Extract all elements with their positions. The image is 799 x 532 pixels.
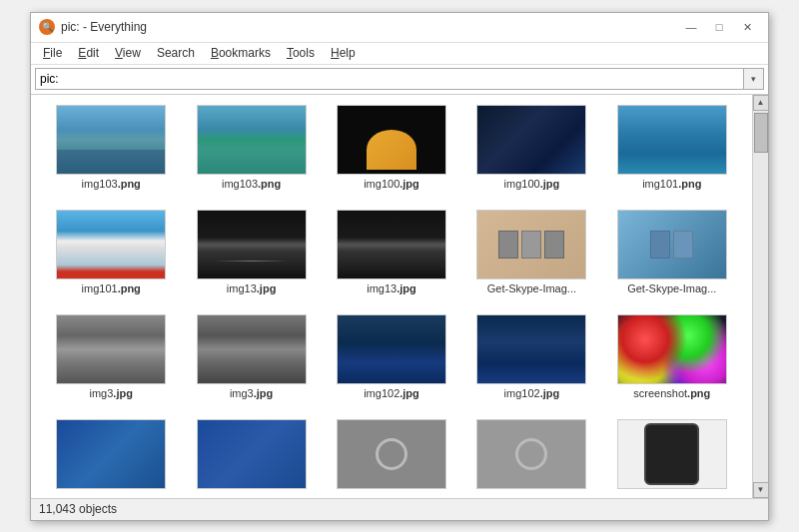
thumbnail-img bbox=[56, 314, 166, 384]
menu-help[interactable]: Help bbox=[323, 42, 364, 64]
minimize-button[interactable]: — bbox=[678, 17, 704, 37]
close-button[interactable]: ✕ bbox=[734, 17, 760, 37]
list-item[interactable]: img102.jpg bbox=[327, 314, 456, 399]
thumbnail-img bbox=[337, 314, 446, 384]
thumb-filename: img101.png bbox=[82, 282, 141, 294]
list-item[interactable]: img3.jpg bbox=[186, 314, 316, 399]
list-item[interactable]: img3.jpg bbox=[46, 314, 176, 399]
thumbnail-img bbox=[197, 419, 307, 489]
search-dropdown-button[interactable]: ▾ bbox=[744, 68, 764, 90]
list-item[interactable]: img102.jpg bbox=[466, 314, 596, 399]
menu-tools[interactable]: Tools bbox=[279, 42, 323, 64]
main-window: 🔍 pic: - Everything — □ ✕ File Edit View… bbox=[30, 12, 769, 521]
thumbnail-img bbox=[617, 314, 727, 384]
thumbnail-img bbox=[197, 105, 307, 175]
thumbnail-img bbox=[476, 314, 586, 384]
thumbnail-grid: img103.png img103.png img100.jpg bbox=[31, 95, 752, 498]
list-item[interactable]: img103.png bbox=[46, 105, 176, 190]
thumbnail-img bbox=[197, 210, 307, 279]
list-item[interactable] bbox=[466, 419, 596, 492]
maximize-button[interactable]: □ bbox=[706, 17, 732, 37]
menu-edit[interactable]: Edit bbox=[70, 42, 107, 64]
scroll-thumb[interactable] bbox=[754, 113, 768, 153]
window-title: pic: - Everything bbox=[61, 20, 147, 34]
scrollbar: ▲ ▼ bbox=[752, 95, 768, 498]
menu-file-label: File bbox=[43, 46, 62, 60]
thumbnail-img bbox=[476, 105, 586, 175]
object-count: 11,043 objects bbox=[39, 502, 117, 516]
menu-view-label: View bbox=[115, 46, 141, 60]
thumb-filename: img103.png bbox=[222, 178, 281, 190]
search-bar: ▾ bbox=[31, 65, 768, 95]
list-item[interactable]: screenshot.png bbox=[607, 314, 737, 399]
list-item[interactable] bbox=[46, 419, 176, 492]
thumbnail-img bbox=[56, 419, 166, 489]
scroll-up-button[interactable]: ▲ bbox=[753, 95, 769, 111]
thumb-filename: Get-Skype-Imag... bbox=[487, 282, 576, 294]
menu-bar: File Edit View Search Bookmarks Tools He… bbox=[31, 43, 768, 65]
thumbnail-img bbox=[617, 419, 727, 489]
thumbnail-img bbox=[476, 419, 586, 489]
list-item[interactable]: img100.jpg bbox=[327, 105, 456, 190]
thumbnail-img bbox=[617, 105, 727, 175]
content-area: img103.png img103.png img100.jpg bbox=[31, 95, 768, 498]
list-item[interactable] bbox=[327, 419, 456, 492]
list-item[interactable]: Get-Skype-Imag... bbox=[466, 210, 596, 294]
thumbnail-img bbox=[56, 210, 166, 279]
thumb-filename: img13.jpg bbox=[367, 282, 416, 294]
thumb-filename: screenshot.png bbox=[633, 387, 710, 399]
thumbnail-img bbox=[337, 210, 446, 279]
thumbnail-img bbox=[197, 314, 307, 384]
thumbnail-img bbox=[337, 419, 446, 489]
menu-bookmarks[interactable]: Bookmarks bbox=[203, 42, 279, 64]
thumb-filename: img102.jpg bbox=[504, 387, 560, 399]
thumbnail-img bbox=[337, 105, 446, 175]
thumb-filename: img100.jpg bbox=[504, 178, 560, 190]
list-item[interactable]: Get-Skype-Imag... bbox=[607, 210, 737, 294]
menu-view[interactable]: View bbox=[107, 42, 149, 64]
search-input[interactable] bbox=[35, 68, 744, 90]
menu-search-label: Search bbox=[157, 46, 195, 60]
thumb-filename: img13.jpg bbox=[227, 282, 277, 294]
list-item[interactable]: img103.png bbox=[186, 105, 316, 190]
list-item[interactable] bbox=[186, 419, 316, 492]
thumb-filename: img102.jpg bbox=[364, 387, 419, 399]
title-bar-left: 🔍 pic: - Everything bbox=[39, 19, 147, 35]
list-item[interactable]: img13.jpg bbox=[186, 210, 316, 294]
menu-search[interactable]: Search bbox=[149, 42, 203, 64]
menu-help-label: Help bbox=[331, 46, 356, 60]
thumb-filename: img3.jpg bbox=[230, 387, 273, 399]
thumbnail-img bbox=[56, 105, 166, 175]
list-item[interactable]: img101.png bbox=[46, 210, 176, 294]
scroll-down-button[interactable]: ▼ bbox=[753, 482, 769, 498]
app-icon: 🔍 bbox=[39, 19, 55, 35]
thumb-filename: img101.png bbox=[642, 178, 701, 190]
thumb-filename: img103.png bbox=[82, 178, 141, 190]
menu-edit-label: Edit bbox=[78, 46, 99, 60]
thumbnail-img bbox=[617, 210, 727, 279]
list-item[interactable]: img13.jpg bbox=[327, 210, 456, 294]
thumb-filename: img100.jpg bbox=[364, 178, 419, 190]
thumb-filename: Get-Skype-Imag... bbox=[627, 282, 716, 294]
menu-bookmarks-label: Bookmarks bbox=[211, 46, 271, 60]
menu-tools-label: Tools bbox=[287, 46, 315, 60]
title-bar: 🔍 pic: - Everything — □ ✕ bbox=[31, 13, 768, 43]
menu-file[interactable]: File bbox=[35, 42, 70, 64]
status-bar: 11,043 objects bbox=[31, 498, 768, 520]
thumbnail-img bbox=[476, 210, 586, 279]
list-item[interactable]: img101.png bbox=[607, 105, 737, 190]
list-item[interactable]: img100.jpg bbox=[466, 105, 596, 190]
list-item[interactable] bbox=[607, 419, 737, 492]
thumb-filename: img3.jpg bbox=[89, 387, 132, 399]
title-controls: — □ ✕ bbox=[678, 17, 760, 37]
scroll-track[interactable] bbox=[753, 111, 769, 482]
